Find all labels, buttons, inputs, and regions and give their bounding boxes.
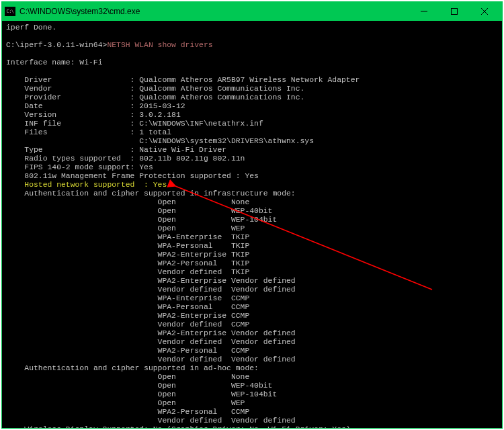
svg-rect-1 bbox=[451, 9, 457, 15]
driver-properties: Driver : Qualcomm Atheros AR5B97 Wireles… bbox=[6, 76, 360, 171]
window-title: C:\WINDOWS\system32\cmd.exe bbox=[19, 7, 140, 16]
cmd-icon: C:\ bbox=[5, 7, 15, 16]
adhoc-cipher-list: Open None Open WEP-40bit Open WEP-104bit… bbox=[6, 373, 296, 425]
command-text: NETSH WLAN show drivers bbox=[107, 41, 212, 49]
interface-name: Interface name: Wi-Fi bbox=[6, 58, 103, 67]
mfp-line: 802.11w Management Frame Protection supp… bbox=[24, 172, 259, 180]
auth-infra-header: Authentication and cipher supported in i… bbox=[24, 189, 295, 198]
cmd-window: C:\ C:\WINDOWS\system32\cmd.exe iperf Do… bbox=[1, 1, 503, 429]
auth-adhoc-header: Authentication and cipher supported in a… bbox=[24, 364, 259, 372]
hosted-network-line: Hosted network supported : Yes bbox=[24, 181, 167, 189]
terminal-output[interactable]: iperf Done. C:\iperf-3.0.11-win64>NETSH … bbox=[2, 21, 502, 428]
status-line: iperf Done. bbox=[6, 24, 56, 32]
wireless-display-line: Wireless Display Supported: No (Graphics… bbox=[24, 425, 350, 428]
infra-cipher-list: Open None Open WEP-40bit Open WEP-104bit… bbox=[6, 198, 296, 363]
minimize-button[interactable] bbox=[409, 2, 439, 21]
close-button[interactable] bbox=[469, 2, 499, 21]
titlebar[interactable]: C:\ C:\WINDOWS\system32\cmd.exe bbox=[2, 2, 502, 21]
maximize-button[interactable] bbox=[439, 2, 469, 21]
prompt: C:\iperf-3.0.11-win64> bbox=[6, 41, 107, 49]
window-controls bbox=[409, 2, 499, 21]
